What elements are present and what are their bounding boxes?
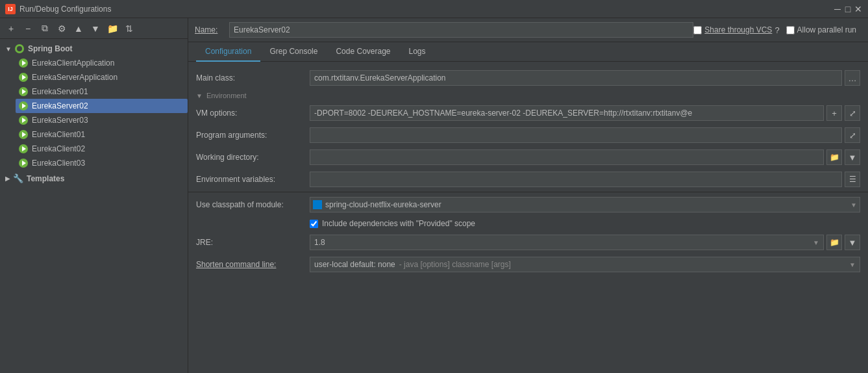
jre-row: JRE: 1.8 ▼ 📁 ▼ [188,231,868,253]
tab-grep-console[interactable]: Grep Console [260,42,327,62]
spring-boot-items: EurekaClientApplication EurekaServerAppl… [0,56,188,170]
move-down-button[interactable]: ▼ [88,21,103,36]
working-dir-row: Working directory: 📁 ▼ [188,146,868,168]
jre-dropdown-button[interactable]: ▼ [845,235,860,250]
copy-configuration-button[interactable]: ⧉ [38,21,52,36]
env-vars-edit-button[interactable]: ☰ [845,172,860,187]
jre-select-value: 1.8 [314,238,325,247]
toolbar: + − ⧉ ⚙ ▲ ▼ 📁 ⇅ [0,18,188,39]
tree-item-eurekaclientapplication[interactable]: EurekaClientApplication [16,56,188,70]
program-args-input-wrap: ⤢ [310,127,860,143]
tree-item-label: EurekaServerApplication [32,73,118,82]
env-vars-label: Environment variables: [196,175,310,184]
allow-parallel-label: Allow parallel run [797,25,856,34]
share-vcs-checkbox[interactable] [693,26,702,34]
tree-item-label: EurekaServer01 [32,87,88,96]
spring-boot-label: Spring Boot [28,44,73,53]
tree-item-eurekaserver02[interactable]: EurekaServer02 [16,99,188,113]
tree-item-label: EurekaServer02 [32,101,88,110]
help-icon[interactable]: ? [775,25,779,35]
vm-options-row: VM options: + ⤢ [188,102,868,124]
allow-parallel-checkbox-wrap[interactable]: Allow parallel run [786,25,856,34]
jre-select-wrap: 1.8 ▼ 📁 ▼ [310,235,860,250]
tab-logs[interactable]: Logs [400,42,435,62]
name-input[interactable] [229,22,693,38]
tree-item-label: EurekaClientApplication [32,58,114,68]
vm-options-expand-button[interactable]: ⤢ [845,105,860,121]
env-vars-row: Environment variables: ☰ [188,168,868,190]
tree-item-label: EurekaClient03 [32,159,85,168]
program-args-input[interactable] [310,127,842,143]
top-bar-right: Share through VCS ? Allow parallel run [693,25,862,35]
tree-item-eurekaclient02[interactable]: EurekaClient02 [16,142,188,156]
classpath-select[interactable]: spring-cloud-netflix-eureka-server ▼ [310,197,860,212]
title-bar-controls[interactable]: ─ □ ✕ [833,5,863,14]
allow-parallel-checkbox[interactable] [786,26,795,34]
shorten-select[interactable]: user-local default: none - java [options… [310,257,860,272]
tree-item-eurekaclient01[interactable]: EurekaClient01 [16,127,188,142]
working-dir-input-wrap: 📁 ▼ [310,149,860,165]
env-section-title: Environment [206,92,247,99]
tree-item-eurekaserver03[interactable]: EurekaServer03 [16,113,188,127]
tree-item-eurekaserverapplication[interactable]: EurekaServerApplication [16,70,188,84]
templates-toggle-icon: ▶ [5,175,10,182]
templates-section[interactable]: ▶ 🔧 Templates [0,170,188,186]
program-args-row: Program arguments: ⤢ [188,124,868,146]
classpath-label: Use classpath of module: [196,200,310,209]
tree-area: ▼ Spring Boot EurekaClientApplication [0,39,188,373]
tree-item-eurekaclient03[interactable]: EurekaClient03 [16,156,188,170]
config-content: Main class: … ▼ Environment VM options: … [188,62,868,373]
main-class-browse-button[interactable]: … [845,70,860,86]
working-dir-input[interactable] [310,149,824,165]
classpath-input-wrap: spring-cloud-netflix-eureka-server ▼ [310,197,860,212]
shorten-dropdown-icon: ▼ [849,261,856,268]
tabs-bar: Configuration Grep Console Code Coverage… [188,42,868,62]
folder-button[interactable]: 📁 [105,21,119,36]
sort-button[interactable]: ⇅ [122,21,136,36]
program-args-label: Program arguments: [196,131,310,140]
run-config-icon [18,144,29,154]
run-config-icon [18,129,29,140]
vm-options-label: VM options: [196,109,310,118]
share-vcs-label: Share through VCS [704,25,772,34]
vm-options-input[interactable] [310,105,824,121]
main-class-input[interactable] [310,70,842,86]
left-panel: + − ⧉ ⚙ ▲ ▼ 📁 ⇅ ▼ Spring Boot [0,18,188,373]
move-up-button[interactable]: ▲ [71,21,86,36]
title-bar: IJ Run/Debug Configurations ─ □ ✕ [0,0,868,18]
remove-configuration-button[interactable]: − [21,21,35,36]
app-icon: IJ [5,4,16,14]
classpath-row: Use classpath of module: spring-cloud-ne… [188,194,868,216]
env-toggle-icon: ▼ [196,92,203,99]
title-bar-title: Run/Debug Configurations [19,5,111,14]
tab-code-coverage[interactable]: Code Coverage [327,42,399,62]
main-class-label: Main class: [196,73,310,83]
settings-button[interactable]: ⚙ [55,21,69,36]
close-button[interactable]: ✕ [854,5,863,14]
jre-browse-button[interactable]: 📁 [826,235,842,250]
jre-select[interactable]: 1.8 ▼ [310,235,824,250]
tree-item-label: EurekaClient02 [32,144,85,153]
program-args-expand-button[interactable]: ⤢ [845,127,860,143]
tab-configuration[interactable]: Configuration [196,42,260,62]
env-vars-input[interactable] [310,172,842,187]
include-provided-row[interactable]: Include dependencies with "Provided" sco… [188,216,868,231]
shorten-select-wrap: user-local default: none - java [options… [310,257,860,272]
environment-section-header[interactable]: ▼ Environment [188,89,868,102]
include-provided-checkbox[interactable] [310,220,318,228]
tree-item-eurekaserver01[interactable]: EurekaServer01 [16,84,188,99]
run-config-icon [18,158,29,168]
working-dir-dropdown-button[interactable]: ▼ [845,149,860,165]
spring-boot-group-header[interactable]: ▼ Spring Boot [0,42,188,56]
minimize-button[interactable]: ─ [833,5,842,14]
templates-label: Templates [27,174,64,183]
run-config-icon [18,58,29,68]
add-configuration-button[interactable]: + [4,21,18,36]
tree-item-label: EurekaServer03 [32,116,88,125]
spring-boot-icon [14,44,25,54]
working-dir-browse-button[interactable]: 📁 [826,149,842,165]
maximize-button[interactable]: □ [843,5,852,14]
vm-options-add-button[interactable]: + [826,105,842,121]
shorten-label: Shorten command line: [196,260,310,269]
share-vcs-checkbox-wrap[interactable]: Share through VCS ? [693,25,779,35]
